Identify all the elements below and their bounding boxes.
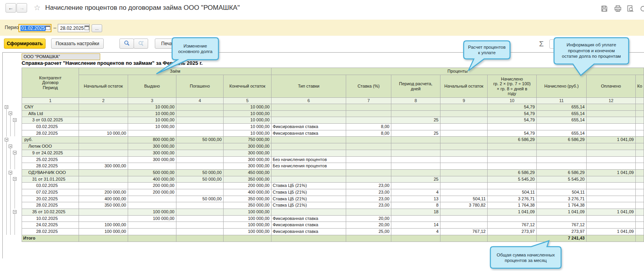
table-cell: 8,00 bbox=[346, 124, 391, 130]
table-cell bbox=[391, 183, 440, 189]
search-icon bbox=[124, 40, 130, 48]
collapse-toggle[interactable] bbox=[5, 105, 8, 109]
table-cell: 200 000,00 bbox=[128, 189, 176, 196]
table-row[interactable]: 07.02.2025200 000,00200 000,00400 000,00… bbox=[22, 189, 644, 196]
table-cell: 5 545,20 bbox=[537, 176, 587, 183]
search-next-icon bbox=[138, 40, 144, 48]
org-cell[interactable]: ООО "РОМАШКА" bbox=[22, 53, 100, 60]
table-cell: 300 000,00 bbox=[128, 157, 176, 163]
table-cell bbox=[272, 143, 346, 150]
table-cell bbox=[391, 150, 440, 157]
table-row[interactable]: 3 от 03.02.202510 000,0010 000,002554,79… bbox=[22, 117, 644, 124]
show-settings-button[interactable]: Показать настройки bbox=[51, 38, 104, 49]
row-label: 28.02.2025 bbox=[22, 202, 79, 209]
table-row[interactable]: 31 от 31.01.2025400 000,0050 000,00350 0… bbox=[22, 176, 644, 183]
table-cell: 13 bbox=[391, 196, 440, 203]
table-row[interactable]: 20.02.2025400 000,0050 000,00350 000,00С… bbox=[22, 196, 644, 203]
table-row[interactable]: 28.02.2025300 000,00300 000,00Без начисл… bbox=[22, 163, 644, 170]
table-cell bbox=[636, 216, 644, 222]
tree-line bbox=[15, 154, 15, 169]
table-cell: Фиксированная ставка bbox=[272, 216, 346, 222]
more-actions-icon[interactable] bbox=[640, 5, 644, 14]
table-cell: 300 000,00 bbox=[128, 150, 176, 157]
table-row[interactable]: Alfa Ltd10 000,0010 000,0054,79655,14 bbox=[22, 111, 644, 117]
table-row[interactable]: 35 от 10.02.2025100 000,00100 000,00181 … bbox=[22, 209, 644, 216]
table-cell bbox=[176, 235, 224, 242]
collapse-toggle[interactable] bbox=[5, 138, 8, 141]
table-row[interactable]: 10.02.2025100 000,00100 000,00Фиксирован… bbox=[22, 216, 644, 222]
collapse-toggle[interactable] bbox=[9, 171, 12, 174]
table-row[interactable]: 28.02.2025350 000,00350 000,00Ставка ЦБ … bbox=[22, 202, 644, 209]
table-row[interactable]: 25.02.2025300 000,00300 000,00Без начисл… bbox=[22, 157, 644, 163]
table-cell bbox=[636, 222, 644, 229]
collapse-toggle[interactable] bbox=[13, 210, 17, 214]
table-cell: 655,14 bbox=[537, 111, 587, 117]
table-cell bbox=[488, 183, 537, 189]
table-cell: 8,00 bbox=[346, 130, 391, 137]
table-cell: 655,14 bbox=[537, 104, 587, 111]
row-label: 9 от 24.02.2025 bbox=[22, 150, 79, 157]
table-cell bbox=[391, 137, 440, 143]
table-cell bbox=[79, 216, 128, 222]
table-cell: 450 000,00 bbox=[224, 170, 272, 176]
table-cell: Ставка ЦБ (21%) bbox=[272, 183, 346, 189]
table-cell: 750 000,00 bbox=[224, 137, 272, 143]
column-header: Оплачено bbox=[587, 75, 636, 98]
search-next-button[interactable] bbox=[134, 38, 148, 49]
table-cell: Фиксированная ставка bbox=[272, 130, 346, 137]
table-cell bbox=[391, 104, 440, 111]
print-preview-icon[interactable] bbox=[627, 5, 634, 14]
table-row[interactable]: 28.02.2025100 000,00100 000,00Фиксирован… bbox=[22, 229, 644, 235]
save-icon[interactable] bbox=[601, 5, 608, 14]
column-number: 7 bbox=[346, 98, 391, 104]
table-cell: 54,79 bbox=[488, 117, 537, 124]
search-button[interactable] bbox=[119, 38, 134, 49]
table-row[interactable]: руб.800 000,0050 000,00750 000,006 586,2… bbox=[22, 137, 644, 143]
table-cell bbox=[176, 163, 224, 170]
table-row[interactable]: 03.02.202510 000,0010 000,00Фиксированна… bbox=[22, 124, 644, 130]
table-cell: Ставка ЦБ (21%) bbox=[272, 189, 346, 196]
calendar-icon[interactable] bbox=[84, 25, 89, 31]
table-row[interactable]: 9 от 24.02.2025300 000,00300 000,00 bbox=[22, 150, 644, 157]
table-row[interactable]: Лютик ООО300 000,00300 000,00 bbox=[22, 143, 644, 150]
row-label: 03.02.2025 bbox=[22, 124, 79, 130]
period-more-button[interactable]: ... bbox=[92, 24, 102, 32]
table-cell bbox=[79, 104, 128, 111]
table-cell bbox=[272, 176, 346, 183]
table-row[interactable]: 24.02.2025100 000,00100 000,00Фиксирован… bbox=[22, 222, 644, 229]
print-icon[interactable] bbox=[614, 5, 622, 14]
table-row[interactable]: 28.02.202510 000,0010 000,00Фиксированна… bbox=[22, 130, 644, 137]
table-cell bbox=[587, 111, 636, 117]
table-row[interactable]: Итого7 241,43 bbox=[22, 235, 644, 242]
table-row[interactable]: 03.02.2025200 000,00200 000,00Ставка ЦБ … bbox=[22, 183, 644, 189]
collapse-toggle[interactable] bbox=[9, 145, 12, 148]
table-cell bbox=[128, 202, 176, 209]
period-to-input[interactable]: 28.02.2025 bbox=[58, 24, 90, 32]
table-cell bbox=[636, 150, 644, 157]
table-cell: 300 000,00 bbox=[224, 143, 272, 150]
table-row[interactable]: ОДУВАНЧИК ООО500 000,0050 000,00450 000,… bbox=[22, 170, 644, 176]
table-cell bbox=[440, 222, 488, 229]
table-cell bbox=[79, 117, 128, 124]
table-cell: 6 586,29 bbox=[537, 170, 587, 176]
table-cell: 10 000,00 bbox=[224, 124, 272, 130]
collapse-toggle[interactable] bbox=[9, 112, 12, 115]
table-cell bbox=[636, 229, 644, 235]
table-cell: 1 041,09 bbox=[587, 137, 636, 143]
table-row[interactable]: CNY10 000,0010 000,0054,79655,14 bbox=[22, 104, 644, 111]
period-from-input[interactable]: 01.02.2025 bbox=[18, 24, 51, 32]
calendar-icon[interactable] bbox=[46, 25, 50, 31]
table-cell: 23,00 bbox=[346, 183, 391, 189]
collapse-toggle[interactable] bbox=[13, 177, 17, 181]
collapse-toggle[interactable] bbox=[13, 151, 17, 154]
table-cell bbox=[488, 216, 537, 222]
collapse-toggle[interactable] bbox=[13, 118, 17, 122]
table-cell bbox=[440, 163, 488, 170]
tree-line bbox=[10, 174, 11, 235]
tree-line bbox=[6, 141, 7, 235]
table-cell: 6 586,29 bbox=[488, 137, 537, 143]
table-cell: 504,11 bbox=[440, 196, 488, 203]
favorite-icon[interactable]: ☆ bbox=[34, 3, 40, 12]
table-cell bbox=[587, 104, 636, 111]
period-separator: – bbox=[53, 25, 56, 31]
